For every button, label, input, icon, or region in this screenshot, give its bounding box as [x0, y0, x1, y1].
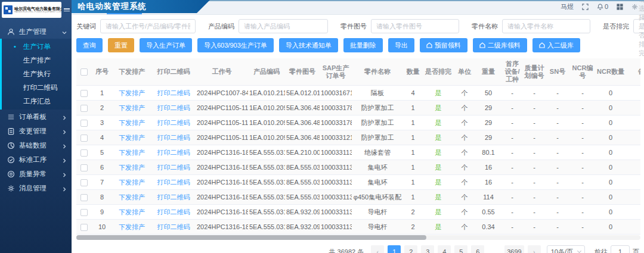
sidebar-item-standard-process[interactable]: 标准工序 — [0, 152, 72, 167]
sidebar-collapse-icon[interactable] — [64, 8, 70, 11]
level2-in-button[interactable]: 入二级库 — [532, 38, 580, 52]
apps-grid-icon[interactable] — [617, 4, 623, 10]
page-button-last[interactable]: 3699 — [504, 245, 524, 253]
cell-ncr-qty: 0 — [596, 190, 626, 205]
company-logo: 哈尔滨电气动力装备有限公司 HARBIN ELECTRIC POWER EQUI… — [2, 2, 61, 18]
more-pages-icon[interactable]: ... — [488, 245, 501, 253]
sidebar-item-message-management[interactable]: 消息管理 — [0, 181, 72, 195]
page-button-1[interactable]: 1 — [388, 245, 401, 253]
chevron-right-icon — [62, 186, 67, 190]
goto-suffix: 页 — [633, 248, 639, 253]
page-size-select[interactable]: 10条/页 — [547, 245, 585, 253]
issue-scheduling-link[interactable]: 下发排产 — [119, 193, 145, 201]
export-button[interactable]: 导出 — [388, 38, 414, 52]
issue-scheduling-link[interactable]: 下发排产 — [119, 223, 145, 230]
row-checkbox[interactable] — [80, 224, 88, 231]
button-label: 预留领料 — [435, 41, 461, 50]
print-qrcode-link[interactable]: 打印二维码 — [157, 179, 190, 186]
row-checkbox[interactable] — [80, 120, 88, 127]
column-header-print-qr: 打印二维码 — [151, 58, 196, 86]
sidebar-item-production-order[interactable]: 生产订单 — [2, 40, 72, 54]
issue-scheduling-link[interactable]: 下发排产 — [119, 104, 145, 111]
company-name-en: HARBIN ELECTRIC POWER EQUIPMENT COMPANY … — [14, 11, 61, 13]
sidebar-item-production-scheduling[interactable]: 生产排产 — [2, 54, 72, 67]
sidebar-item-production-management[interactable]: 生产管理 — [0, 24, 72, 39]
column-header-first-equipment: 首序设备/工种 — [501, 58, 523, 86]
cell-index: 9 — [92, 205, 112, 220]
table-row: 9下发排产打印二维码2024HPC1316-1833-25EA.555.0312… — [76, 205, 640, 220]
page-button-2[interactable]: 2 — [404, 245, 417, 253]
username[interactable]: 马煜 — [561, 2, 574, 11]
row-checkbox[interactable] — [80, 135, 88, 142]
next-page-button[interactable]: › — [528, 245, 541, 253]
batch-delete-button[interactable]: 批量删除 — [343, 38, 383, 52]
settings-gear-icon[interactable] — [631, 4, 638, 10]
query-button[interactable]: 查询 — [76, 38, 103, 52]
goto-page-input[interactable] — [611, 245, 630, 253]
product-code-input[interactable] — [239, 19, 328, 33]
cell-ncr-no: - — [569, 175, 596, 190]
scrollbar-thumb[interactable] — [76, 235, 426, 240]
print-qrcode-link[interactable]: 打印二维码 — [157, 208, 190, 215]
print-qrcode-link[interactable]: 打印二维码 — [157, 119, 190, 126]
issue-scheduling-link[interactable]: 下发排产 — [119, 119, 145, 126]
prev-page-button[interactable]: ‹ — [371, 245, 384, 253]
app-title: 哈电动装管理系统 — [72, 0, 210, 13]
column-header-remark: 备注 — [626, 58, 640, 86]
sidebar-item-quality-abnormal[interactable]: 质量异常 — [0, 167, 72, 181]
reset-button[interactable]: 重置 — [108, 38, 134, 52]
reserve-material-button[interactable]: 预留领料 — [420, 38, 467, 52]
row-checkbox[interactable] — [80, 209, 88, 216]
page-button-6[interactable]: 6 — [471, 245, 484, 253]
sidebar-item-basic-data[interactable]: 基础数据 — [0, 138, 72, 152]
issue-scheduling-link[interactable]: 下发排产 — [119, 164, 145, 171]
import-technical-notice-button[interactable]: 导入技术通知单 — [279, 38, 338, 52]
page-button-5[interactable]: 5 — [454, 245, 467, 253]
row-checkbox[interactable] — [80, 149, 88, 157]
print-qrcode-link[interactable]: 打印二维码 — [157, 89, 190, 96]
cell-quality-plan-no: - — [523, 205, 546, 220]
row-checkbox[interactable] — [80, 164, 88, 171]
import-603-903-button[interactable]: 导入603/903生产订单 — [197, 38, 274, 52]
fullscreen-icon[interactable] — [582, 4, 589, 10]
issue-scheduling-link[interactable]: 下发排产 — [119, 149, 145, 156]
cell-index: 1 — [92, 86, 112, 101]
issue-scheduling-link[interactable]: 下发排产 — [119, 208, 145, 215]
select-all-checkbox[interactable] — [80, 68, 88, 76]
print-qrcode-link[interactable]: 打印二维码 — [157, 223, 190, 230]
row-checkbox[interactable] — [80, 194, 88, 201]
import-production-order-button[interactable]: 导入生产订单 — [140, 38, 192, 52]
column-header-drawing-no: 零件图号 — [285, 58, 320, 86]
notification-bell-icon[interactable]: 0 — [597, 3, 608, 10]
cell-part-name: 导电杆 — [352, 205, 403, 220]
print-qrcode-link[interactable]: 打印二维码 — [157, 149, 190, 156]
sidebar-item-order-board[interactable]: 订单看板 — [0, 110, 72, 124]
level2-pick-button[interactable]: 二级库领料 — [473, 38, 527, 52]
issue-scheduling-link[interactable]: 下发排产 — [119, 89, 145, 96]
row-checkbox[interactable] — [80, 90, 88, 97]
page-size-value: 10条/页 — [551, 248, 573, 253]
page-button-3[interactable]: 3 — [421, 245, 434, 253]
page-button-4[interactable]: 4 — [438, 245, 451, 253]
row-checkbox[interactable] — [80, 179, 88, 186]
part-name-input[interactable] — [502, 19, 590, 33]
drawing-no-input[interactable] — [371, 19, 459, 33]
issue-scheduling-link[interactable]: 下发排产 — [119, 179, 145, 186]
cell-work-no: 2024HPC1105-1147-1 — [196, 130, 248, 145]
cell-work-no: 2024HPC1007-847-1 — [196, 86, 248, 101]
sidebar-item-production-execution[interactable]: 生产执行 — [2, 67, 72, 81]
row-checkbox[interactable] — [80, 105, 88, 112]
cell-remark: - — [626, 175, 640, 190]
issue-scheduling-link[interactable]: 下发排产 — [119, 134, 145, 141]
scheduled-select[interactable]: 请选择是否排完 — [633, 19, 644, 33]
print-qrcode-link[interactable]: 打印二维码 — [157, 193, 190, 201]
print-qrcode-link[interactable]: 打印二维码 — [157, 164, 190, 171]
sidebar-item-change-management[interactable]: 变更管理 — [0, 124, 72, 138]
print-qrcode-link[interactable]: 打印二维码 — [157, 104, 190, 111]
print-qrcode-link[interactable]: 打印二维码 — [157, 134, 190, 141]
cell-index: 3 — [92, 115, 112, 130]
sidebar-item-print-qrcode[interactable]: 打印二维码 — [2, 81, 72, 95]
sidebar-item-process-summary[interactable]: 工序汇总 — [2, 95, 72, 108]
keyword-input[interactable] — [100, 19, 196, 33]
column-header-weight: 重量 — [475, 58, 501, 86]
